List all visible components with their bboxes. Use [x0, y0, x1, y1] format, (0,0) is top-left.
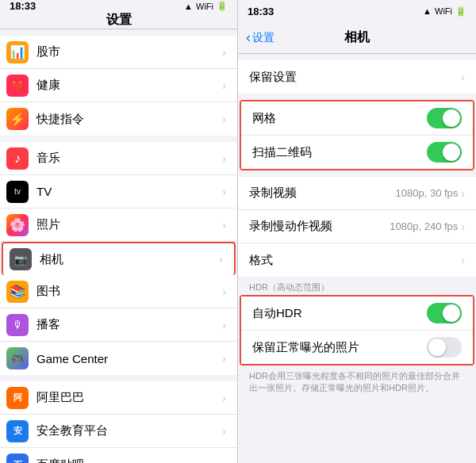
chevron-icon: ›	[222, 285, 226, 298]
battery-icon: 🔋	[455, 6, 466, 17]
chevron-icon: ›	[222, 425, 226, 438]
tv-icon: tv	[6, 181, 29, 203]
keepnormal-label: 保留正常曝光的照片	[252, 340, 427, 355]
gamecenter-label: Game Center	[36, 352, 222, 365]
toggle-knob	[443, 143, 460, 161]
sidebar-item-baidu[interactable]: 百 百度贴吧 ›	[0, 448, 237, 463]
back-label: 设置	[252, 31, 274, 45]
preserve-label: 保留设置	[249, 70, 461, 85]
baidu-icon: 百	[6, 453, 29, 463]
safety-label: 安全教育平台	[36, 423, 222, 438]
autohdr-item[interactable]: 自动HDR	[241, 297, 473, 331]
sidebar-item-health[interactable]: ❤️ 健康 ›	[0, 69, 237, 102]
video-value: 1080p, 30 fps	[396, 187, 459, 199]
autohdr-toggle[interactable]	[427, 303, 462, 323]
right-status-icons: ▲ WiFi 🔋	[423, 6, 466, 17]
video-item[interactable]: 录制视频 1080p, 30 fps ›	[238, 177, 476, 210]
alibaba-label: 阿里巴巴	[36, 390, 222, 405]
slowmo-label: 录制慢动作视频	[249, 219, 390, 234]
camera-icon: 📷	[10, 248, 32, 270]
chevron-icon: ›	[219, 253, 223, 266]
toggle-knob	[443, 304, 460, 322]
music-icon: ♪	[6, 147, 29, 170]
grid-item[interactable]: 网格	[241, 101, 473, 136]
grid-section-highlighted: 网格 扫描二维码	[240, 100, 474, 170]
slowmo-item[interactable]: 录制慢动作视频 1080p, 240 fps ›	[238, 210, 476, 243]
left-status-time: 18:33	[10, 0, 36, 12]
right-nav-title: 相机	[344, 29, 370, 46]
stocks-label: 股市	[36, 44, 222, 59]
stocks-icon: 📊	[6, 41, 29, 63]
wifi-icon: WiFi	[435, 6, 452, 16]
chevron-icon: ›	[222, 79, 226, 92]
format-label: 格式	[249, 253, 461, 268]
qr-item[interactable]: 扫描二维码	[241, 136, 473, 169]
sidebar-item-gamecenter[interactable]: 🎮 Game Center ›	[0, 342, 237, 375]
chevron-icon: ›	[222, 458, 226, 463]
keepnormal-item[interactable]: 保留正常曝光的照片	[241, 331, 473, 364]
signal-icon: ▲	[423, 6, 432, 16]
sidebar-item-alibaba[interactable]: 阿 阿里巴巴 ›	[0, 381, 237, 415]
back-button[interactable]: ‹ 设置	[246, 29, 274, 46]
left-panel: 18:33 ▲ WiFi 🔋 设置 📊 股市 › ❤️ 健康 › ⚡ 快捷指令 …	[0, 0, 238, 463]
sidebar-item-photos[interactable]: 🌸 照片 ›	[0, 209, 237, 242]
sidebar-item-podcasts[interactable]: 🎙 播客 ›	[0, 308, 237, 342]
hdr-section-header: HDR（高动态范围）	[238, 277, 476, 295]
right-panel: 18:33 ▲ WiFi 🔋 ‹ 设置 相机 保留设置 › 网格	[238, 0, 476, 463]
shortcuts-icon: ⚡	[6, 108, 29, 130]
right-section-preserve: 保留设置 ›	[238, 60, 476, 94]
sidebar-item-camera[interactable]: 📷 相机 ›	[2, 242, 236, 275]
slowmo-value: 1080p, 240 fps	[390, 220, 458, 232]
safety-icon: 安	[6, 420, 29, 442]
right-section-video: 录制视频 1080p, 30 fps › 录制慢动作视频 1080p, 240 …	[238, 177, 476, 277]
right-status-time: 18:33	[248, 6, 274, 17]
chevron-icon: ›	[222, 219, 226, 232]
keepnormal-toggle[interactable]	[427, 337, 462, 358]
sidebar-item-books[interactable]: 📚 图书 ›	[0, 275, 237, 308]
wifi-icon: WiFi	[196, 2, 213, 11]
chevron-icon: ›	[222, 152, 226, 165]
chevron-icon: ›	[222, 319, 226, 331]
chevron-icon: ›	[461, 254, 465, 266]
sidebar-item-safety[interactable]: 安 安全教育平台 ›	[0, 415, 237, 448]
left-status-bar: 18:33 ▲ WiFi 🔋	[0, 0, 237, 12]
format-item[interactable]: 格式 ›	[238, 243, 476, 277]
toggle-knob	[428, 339, 446, 356]
left-section-1: 📊 股市 › ❤️ 健康 › ⚡ 快捷指令 ›	[0, 36, 237, 136]
battery-icon: 🔋	[217, 1, 228, 11]
camera-label: 相机	[40, 252, 219, 267]
shortcuts-label: 快捷指令	[36, 112, 222, 127]
alibaba-icon: 阿	[6, 387, 29, 409]
baidu-label: 百度贴吧	[36, 457, 222, 464]
sidebar-item-shortcuts[interactable]: ⚡ 快捷指令 ›	[0, 102, 237, 136]
signal-icon: ▲	[184, 2, 193, 11]
toggle-knob	[443, 109, 460, 127]
chevron-icon: ›	[461, 71, 465, 83]
left-section-2: ♪ 音乐 › tv TV › 🌸 照片 › 📷 相机 › 📚 图书 ›	[0, 142, 237, 375]
right-status-bar: 18:33 ▲ WiFi 🔋	[238, 0, 476, 22]
right-section-grid-wrapper: 网格 扫描二维码	[238, 100, 476, 170]
chevron-icon: ›	[222, 392, 226, 404]
photos-label: 照片	[36, 217, 222, 232]
books-icon: 📚	[6, 281, 29, 303]
books-label: 图书	[36, 284, 222, 299]
left-section-3: 阿 阿里巴巴 › 安 安全教育平台 › 百 百度贴吧 ›	[0, 381, 237, 463]
left-status-icons: ▲ WiFi 🔋	[184, 1, 228, 11]
hdr-description: HDR会用三张曝光程度各不相同的照片的最佳部分合并出一张照片。存储正常曝光的照片…	[238, 365, 476, 401]
qr-toggle[interactable]	[427, 142, 462, 163]
chevron-icon: ›	[461, 220, 465, 233]
sidebar-item-music[interactable]: ♪ 音乐 ›	[0, 142, 237, 175]
sidebar-item-tv[interactable]: tv TV ›	[0, 175, 237, 209]
chevron-icon: ›	[222, 352, 226, 365]
gamecenter-icon: 🎮	[6, 347, 29, 369]
preserve-item[interactable]: 保留设置 ›	[238, 60, 476, 94]
autohdr-highlighted: 自动HDR 保留正常曝光的照片	[240, 295, 474, 365]
grid-label: 网格	[252, 111, 427, 126]
grid-toggle[interactable]	[427, 108, 462, 128]
podcasts-label: 播客	[36, 317, 222, 332]
hdr-section-wrapper: 自动HDR 保留正常曝光的照片	[238, 295, 476, 365]
autohdr-label: 自动HDR	[252, 306, 427, 321]
video-label: 录制视频	[249, 186, 396, 201]
back-arrow-icon: ‹	[246, 29, 251, 46]
sidebar-item-stocks[interactable]: 📊 股市 ›	[0, 36, 237, 69]
